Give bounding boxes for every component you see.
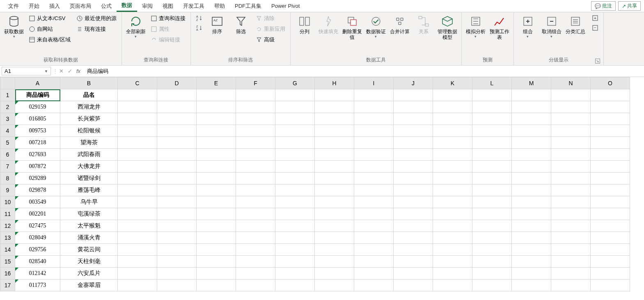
cell[interactable]	[118, 89, 157, 101]
row-header[interactable]: 16	[0, 268, 15, 280]
cell[interactable]	[118, 280, 157, 291]
cell[interactable]	[275, 89, 315, 101]
cell[interactable]	[157, 232, 197, 244]
cell[interactable]: 乌牛早	[60, 196, 118, 208]
cell[interactable]	[118, 232, 157, 244]
cell[interactable]	[433, 149, 472, 161]
cell[interactable]	[315, 196, 354, 208]
cell[interactable]	[157, 268, 197, 280]
cell[interactable]	[512, 161, 551, 173]
cell[interactable]	[315, 161, 354, 173]
cell[interactable]	[157, 173, 197, 184]
what-if-button[interactable]: 模拟分析	[465, 14, 486, 39]
cell[interactable]	[394, 196, 433, 208]
cell[interactable]	[472, 280, 512, 291]
cell[interactable]	[118, 268, 157, 280]
cell[interactable]	[433, 244, 472, 256]
cell[interactable]	[275, 196, 315, 208]
cell[interactable]	[315, 113, 354, 125]
cell[interactable]	[591, 220, 630, 232]
cell[interactable]	[394, 208, 433, 220]
tab-formula[interactable]: 公式	[96, 1, 117, 11]
row-header[interactable]: 15	[0, 256, 15, 268]
column-header[interactable]: K	[433, 77, 472, 89]
cell[interactable]	[394, 280, 433, 291]
cell[interactable]	[354, 244, 394, 256]
cell[interactable]	[236, 161, 275, 173]
cell[interactable]	[275, 220, 315, 232]
cell[interactable]	[197, 244, 236, 256]
cell[interactable]	[591, 137, 630, 149]
cell[interactable]	[354, 268, 394, 280]
cell[interactable]	[157, 208, 197, 220]
cell[interactable]	[472, 173, 512, 184]
cell[interactable]: 012142	[15, 268, 60, 280]
cell[interactable]	[433, 280, 472, 291]
column-header[interactable]: A	[15, 77, 60, 89]
cell[interactable]	[551, 196, 591, 208]
cell[interactable]	[197, 256, 236, 268]
row-header[interactable]: 14	[0, 244, 15, 256]
cell[interactable]	[551, 184, 591, 196]
cell[interactable]	[512, 196, 551, 208]
cell[interactable]	[315, 89, 354, 101]
cell[interactable]	[472, 149, 512, 161]
column-header[interactable]: H	[315, 77, 354, 89]
cell[interactable]	[236, 184, 275, 196]
row-header[interactable]: 7	[0, 161, 15, 173]
cell[interactable]	[551, 149, 591, 161]
cell[interactable]	[551, 101, 591, 113]
cell[interactable]	[157, 184, 197, 196]
cell[interactable]	[275, 232, 315, 244]
cell[interactable]	[591, 232, 630, 244]
cell[interactable]	[157, 280, 197, 291]
filter-button[interactable]: 筛选	[230, 14, 252, 35]
spreadsheet-grid[interactable]: ABCDEFGHIJKLMNO 1商品编码品名2029159西湖龙井301680…	[0, 77, 644, 300]
cell[interactable]	[275, 208, 315, 220]
cell[interactable]	[591, 101, 630, 113]
row-header[interactable]: 6	[0, 149, 15, 161]
cell[interactable]	[354, 184, 394, 196]
cell[interactable]	[157, 149, 197, 161]
cell[interactable]	[236, 280, 275, 291]
remove-duplicates-button[interactable]: 删除重复值	[341, 14, 363, 41]
cell[interactable]	[472, 125, 512, 137]
cell[interactable]	[512, 101, 551, 113]
cell[interactable]	[315, 280, 354, 291]
cell[interactable]	[394, 89, 433, 101]
row-header[interactable]: 8	[0, 173, 15, 184]
cell[interactable]	[512, 244, 551, 256]
cell[interactable]	[512, 125, 551, 137]
cell[interactable]	[472, 232, 512, 244]
cell[interactable]	[315, 244, 354, 256]
cell[interactable]	[315, 101, 354, 113]
cell[interactable]	[433, 125, 472, 137]
cell[interactable]	[275, 149, 315, 161]
cell[interactable]	[591, 196, 630, 208]
cell[interactable]	[512, 184, 551, 196]
cell[interactable]	[275, 173, 315, 184]
cell[interactable]	[236, 196, 275, 208]
cell[interactable]	[197, 208, 236, 220]
cell[interactable]	[275, 113, 315, 125]
column-header[interactable]: G	[275, 77, 315, 89]
cell[interactable]	[315, 184, 354, 196]
cell[interactable]	[275, 268, 315, 280]
cell[interactable]	[472, 89, 512, 101]
cell[interactable]	[118, 137, 157, 149]
cell[interactable]	[551, 256, 591, 268]
edit-links-button[interactable]: 编辑链接	[149, 35, 187, 44]
column-header[interactable]: I	[354, 77, 394, 89]
cell[interactable]	[433, 89, 472, 101]
reapply-button[interactable]: 重新应用	[254, 25, 287, 34]
cell[interactable]	[118, 244, 157, 256]
cell[interactable]	[394, 161, 433, 173]
cell[interactable]	[551, 220, 591, 232]
cell[interactable]	[472, 208, 512, 220]
cell[interactable]	[394, 125, 433, 137]
cell[interactable]	[118, 196, 157, 208]
cell[interactable]	[433, 232, 472, 244]
group-button[interactable]: 组合	[517, 14, 539, 39]
cell[interactable]	[433, 268, 472, 280]
cell[interactable]	[591, 161, 630, 173]
